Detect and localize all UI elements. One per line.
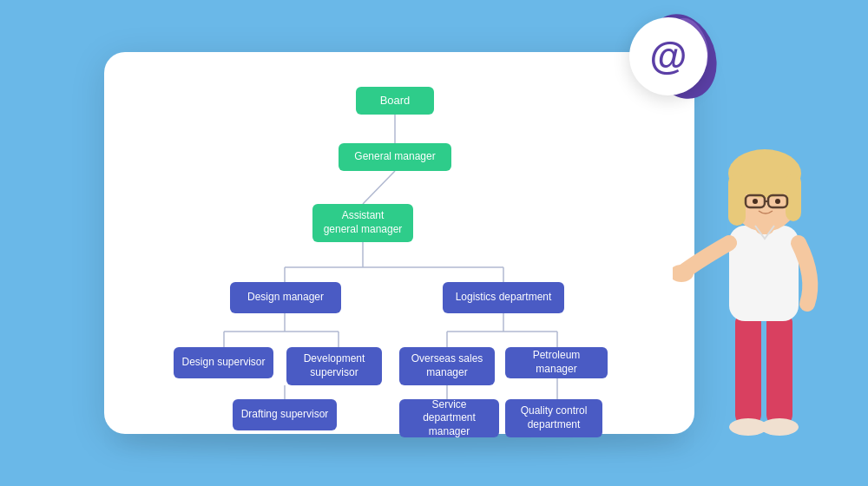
org-chart-card: Board General manager Assistant general … [104,52,694,434]
svg-rect-27 [728,174,746,226]
node-service-department-manager: Service department manager [399,399,499,437]
node-overseas-sales-manager: Overseas sales manager [399,347,495,385]
node-design-supervisor: Design supervisor [174,347,273,378]
node-drafting-supervisor: Drafting supervisor [233,399,337,430]
svg-rect-23 [729,226,799,321]
node-petroleum-manager: Petroleum manager [505,347,608,378]
svg-rect-19 [735,312,761,425]
node-logistics-department: Logistics department [443,282,564,313]
node-quality-control-department: Quality control department [505,399,602,437]
logo-at-symbol: @ [650,37,687,76]
character-figure [673,52,855,486]
svg-point-33 [775,199,780,204]
svg-point-22 [760,418,799,436]
node-assistant-general-manager: Assistant general manager [312,204,413,242]
node-general-manager: General manager [339,143,451,171]
node-development-supervisor: Development supervisor [286,347,382,385]
node-board: Board [356,87,434,115]
svg-rect-20 [766,312,792,425]
svg-point-32 [753,199,758,204]
svg-line-1 [363,171,395,204]
logo-circle: @ [629,17,707,95]
node-design-manager: Design manager [230,282,341,313]
